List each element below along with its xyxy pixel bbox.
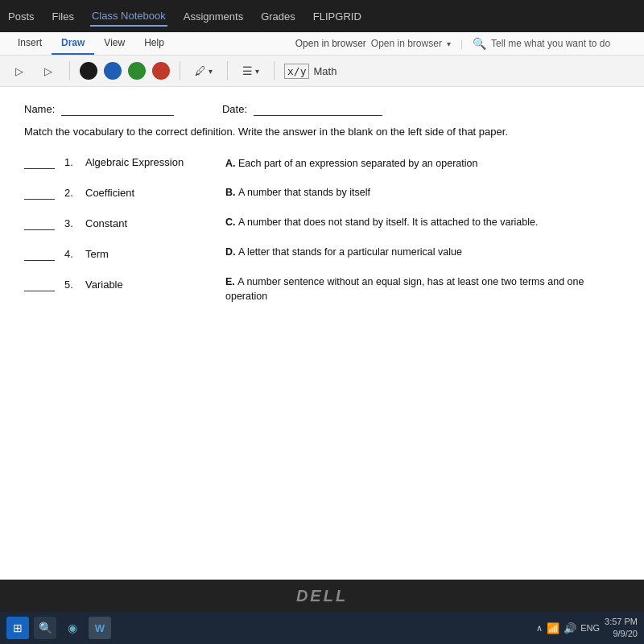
def-text-d: A letter that stands for a particular nu… (238, 246, 462, 258)
def-item-e: E. A number sentence without an equal si… (225, 275, 620, 305)
nav-item-posts[interactable]: Posts (6, 7, 36, 26)
date-line (254, 103, 382, 116)
def-letter-a: A. (225, 158, 238, 169)
ribbon-search-area: Open in browser Open in browser | 🔍 Tell… (295, 37, 636, 50)
def-letter-b: B. (225, 187, 238, 198)
nav-bar: Posts Files Class Notebook Assignments G… (0, 0, 644, 32)
vocab-term-5: Variable (85, 279, 123, 291)
color-blue-btn[interactable] (104, 62, 122, 80)
tab-help[interactable]: Help (134, 32, 174, 55)
dell-logo: DELL (296, 587, 348, 605)
vocab-num-3: 3. (64, 217, 79, 229)
screen: Posts Files Class Notebook Assignments G… (0, 0, 644, 580)
vocab-item-3: 3. Constant (24, 217, 201, 230)
search-taskbar-icon: 🔍 (39, 621, 52, 634)
lasso-tool-btn[interactable]: ▷ (37, 60, 60, 82)
select-arrow-icon: ▷ (15, 65, 23, 77)
more-tools-icon: 🖊 (195, 64, 206, 77)
lasso-icon: ▷ (44, 65, 52, 77)
def-text-e: A number sentence without an equal sign,… (225, 276, 584, 303)
blank-3 (24, 217, 55, 230)
search-taskbar-btn[interactable]: 🔍 (34, 617, 56, 639)
search-placeholder-text[interactable]: Tell me what you want to do (491, 38, 636, 49)
math-btn[interactable]: x/y Math (284, 64, 336, 79)
def-text-a: Each part of an expression separated by … (238, 158, 477, 169)
content-area: Name: Date: Match the vocabulary to the … (0, 87, 644, 580)
def-text-c: A number that does not stand by itself. … (238, 217, 538, 228)
toolbar: ▷ ▷ 🖊 ☰ (0, 56, 644, 86)
def-text-b: A number that stands by itself (238, 187, 370, 198)
date-label: Date: (222, 103, 247, 115)
nav-item-flipgrid[interactable]: FLIPGRID (312, 7, 363, 26)
vocab-item-5: 5. Variable (24, 279, 201, 291)
windows-start-btn[interactable]: ⊞ (6, 617, 29, 639)
more-tools-dropdown[interactable]: 🖊 (190, 63, 217, 79)
vocab-item-2: 2. Coefficient (24, 187, 201, 200)
taskbar-right: ∧ 📶 🔊 ENG 3:57 PM 9/9/20 (536, 616, 638, 641)
vocab-term-1: Algebraic Expression (85, 156, 184, 168)
date-field: Date: (222, 103, 382, 116)
vocab-terms-list: 1. Algebraic Expression 2. Coefficient 3… (24, 156, 201, 305)
tab-draw[interactable]: Draw (52, 32, 94, 55)
ribbon: Insert Draw View Help Open in browser Op… (0, 32, 644, 87)
align-icon: ☰ (242, 64, 253, 77)
tab-insert[interactable]: Insert (8, 32, 52, 55)
nav-item-class-notebook[interactable]: Class Notebook (90, 6, 167, 27)
color-black-btn[interactable] (80, 62, 97, 80)
time-block[interactable]: 3:57 PM 9/9/20 (605, 616, 638, 641)
def-letter-d: D. (225, 246, 238, 258)
def-letter-e: E. (225, 276, 237, 287)
chevron-up-icon[interactable]: ∧ (536, 623, 543, 634)
app-icon-w[interactable]: W (89, 617, 111, 639)
vocab-item-4: 4. Term (24, 248, 201, 261)
blank-2 (24, 187, 55, 200)
separator-2 (180, 61, 180, 80)
vocab-item-1: 1. Algebraic Expression (24, 156, 201, 169)
language-label: ENG (580, 623, 600, 633)
separator-4 (274, 61, 275, 80)
vocab-term-4: Term (85, 248, 109, 260)
search-icon: 🔍 (473, 37, 486, 50)
separator-3 (227, 61, 228, 80)
chevron-down-icon-2 (208, 65, 213, 76)
windows-w-icon: W (95, 622, 105, 634)
blank-1 (24, 156, 55, 169)
taskbar: ⊞ 🔍 ◉ W ∧ 📶 🔊 ENG 3:57 PM 9/9/20 (0, 612, 644, 644)
volume-icon[interactable]: 🔊 (564, 622, 576, 634)
ribbon-tabs: Insert Draw View Help Open in browser Op… (0, 32, 644, 56)
monitor-bezel: DELL (0, 580, 644, 612)
network-icon: 📶 (547, 622, 559, 634)
name-label: Name: (24, 103, 55, 115)
separator-1 (69, 61, 70, 80)
nav-item-files[interactable]: Files (51, 7, 76, 26)
color-green-btn[interactable] (128, 62, 146, 80)
nav-item-grades[interactable]: Grades (259, 7, 297, 26)
nav-item-assignments[interactable]: Assignments (182, 7, 245, 26)
vocab-num-5: 5. (64, 279, 79, 291)
select-tool-btn[interactable]: ▷ (8, 60, 31, 82)
name-field: Name: (24, 103, 174, 116)
cortana-btn[interactable]: ◉ (61, 617, 84, 639)
name-date-row: Name: Date: (24, 103, 620, 116)
align-dropdown[interactable]: ☰ (237, 63, 264, 79)
def-item-d: D. A letter that stands for a particular… (225, 245, 620, 260)
time-display: 3:57 PM (605, 616, 638, 628)
vocab-term-3: Constant (85, 217, 127, 229)
vocab-num-4: 4. (64, 248, 79, 260)
chevron-down-icon-3 (255, 65, 259, 76)
systray: ∧ 📶 🔊 ENG (536, 622, 600, 634)
blank-5 (24, 279, 55, 291)
vocab-section: 1. Algebraic Expression 2. Coefficient 3… (24, 156, 620, 305)
open-in-browser-btn[interactable]: Open in browser (295, 38, 366, 49)
def-letter-c: C. (225, 217, 238, 228)
open-browser-label[interactable]: Open in browser (371, 38, 442, 49)
def-item-c: C. A number that does not stand by itsel… (225, 215, 620, 230)
math-label: Math (313, 65, 336, 77)
windows-icon: ⊞ (13, 621, 23, 634)
chevron-down-icon (447, 39, 451, 48)
vocab-term-2: Coefficient (85, 187, 134, 199)
tab-view[interactable]: View (94, 32, 134, 55)
color-red-btn[interactable] (152, 62, 170, 80)
math-icon: x/y (284, 64, 309, 79)
instructions-text: Match the vocabulary to the correct defi… (24, 124, 588, 140)
